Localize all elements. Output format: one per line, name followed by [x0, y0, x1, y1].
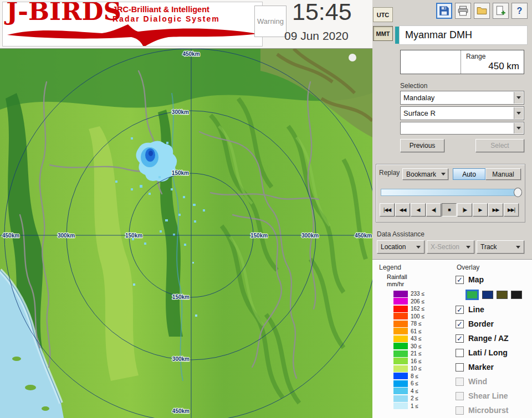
legend-value: 162 ≤: [411, 306, 424, 312]
map-style-swatch[interactable]: [497, 291, 508, 299]
playback-fast-rewind[interactable]: ◀◀: [395, 203, 410, 216]
location-button[interactable]: Location: [377, 240, 424, 254]
legend-entry: 2 ≤: [393, 395, 424, 402]
save-icon: [439, 6, 449, 16]
data-assistance-label: Data Assistance: [377, 230, 424, 238]
previous-button[interactable]: Previous: [400, 139, 444, 152]
overlay-item-label: Microburst: [468, 406, 508, 415]
product-dropdown[interactable]: Surface R: [400, 106, 524, 120]
legend-entry: 6 ≤: [393, 380, 424, 388]
extra-dropdown[interactable]: [400, 122, 524, 135]
folder-icon: [477, 6, 487, 16]
utc-button[interactable]: UTC: [373, 7, 393, 22]
overlay-item-line[interactable]: ✓Line: [456, 302, 530, 317]
checkbox[interactable]: ✓: [456, 276, 464, 284]
range-display: Range 450 km: [400, 50, 524, 74]
overlay-item-map[interactable]: ✓Map: [456, 272, 530, 287]
overlay-item-lati-long[interactable]: Lati / Long: [456, 345, 530, 360]
map-style-swatch[interactable]: [511, 291, 522, 299]
legend-color-swatch: [393, 313, 408, 319]
legend-entry: 233 ≤: [393, 290, 424, 298]
overlay-item-wind[interactable]: Wind: [456, 374, 530, 389]
bookmark-button[interactable]: Bookmark: [402, 168, 448, 180]
legend-value: 2 ≤: [411, 395, 418, 401]
legend-value: 233 ≤: [411, 291, 424, 297]
legend-value: 8 ≤: [411, 373, 418, 379]
checkbox[interactable]: ✓: [456, 306, 464, 314]
legend-color-swatch: [393, 365, 408, 372]
select-button[interactable]: Select: [475, 139, 524, 152]
playback-stop[interactable]: ■: [442, 203, 457, 216]
checkbox[interactable]: [456, 406, 464, 415]
manual-mode-button[interactable]: Manual: [485, 168, 521, 180]
logo-panel: J-BIRDS JRC-Brilliant & Intelligent Rada…: [2, 2, 263, 47]
ring-label: 450km: [2, 233, 19, 239]
radar-site-dropdown[interactable]: Mandalay: [400, 91, 524, 105]
checkbox[interactable]: [456, 363, 464, 371]
legend-entry: 10 ≤: [393, 365, 424, 373]
legend-color-swatch: [393, 402, 408, 409]
playback-jump-start[interactable]: |◀◀: [380, 203, 395, 216]
help-button[interactable]: ?: [511, 3, 528, 19]
playback-jump-end[interactable]: ▶▶|: [504, 203, 519, 216]
legend-color-swatch: [393, 336, 408, 342]
legend-entry: 43 ≤: [393, 335, 424, 343]
print-icon: [458, 6, 468, 16]
overlay-list: ✓Map✓Line✓Border✓Range / AZLati / LongMa…: [456, 272, 530, 417]
chevron-down-icon: [516, 246, 520, 249]
legend-color-swatch: [393, 380, 408, 387]
slider-handle[interactable]: [514, 188, 522, 197]
location-label: Location: [381, 243, 406, 251]
overlay-item-label: Marker: [468, 363, 494, 371]
overlay-item-shear-line[interactable]: Shear Line: [456, 389, 530, 403]
legend-color-swatch: [393, 395, 408, 402]
legend-color-swatch: [393, 358, 408, 364]
warning-button[interactable]: Warning: [254, 6, 287, 37]
radar-map[interactable]: 450km 300km 150km 150km 300km 450km 450k…: [0, 49, 372, 418]
open-folder-button[interactable]: [474, 3, 490, 19]
playback-controls: |◀◀◀◀◀◀|■|▶▶▶▶▶▶|: [380, 203, 519, 216]
map-style-swatch[interactable]: [466, 290, 479, 300]
replay-time-slider[interactable]: [381, 189, 520, 196]
overlay-item-border[interactable]: ✓Border: [456, 317, 530, 331]
radar-site-value: Mandalay: [403, 94, 434, 102]
control-panel: Range 450 km Selection Mandalay Surface …: [372, 49, 532, 418]
dropdown-arrow-button[interactable]: [514, 123, 523, 133]
overlay-item-microburst[interactable]: Microburst: [456, 403, 530, 417]
track-button[interactable]: Track: [477, 240, 524, 254]
dropdown-arrow-button[interactable]: [514, 107, 523, 119]
legend-entry: 21 ≤: [393, 350, 424, 358]
export-page-plus-icon: [495, 6, 506, 16]
export-button[interactable]: [493, 3, 509, 19]
playback-step-forward[interactable]: |▶: [457, 203, 472, 216]
chevron-down-icon: [416, 246, 421, 249]
playback-play[interactable]: ▶: [473, 203, 488, 216]
playback-fast-forward[interactable]: ▶▶: [488, 203, 503, 216]
logo-subtitle: JRC-Brilliant & Intelligent Radar Dialog…: [112, 5, 220, 23]
print-button[interactable]: [455, 3, 471, 19]
playback-play-backward[interactable]: ◀: [411, 203, 426, 216]
checkbox[interactable]: [456, 392, 464, 400]
checkbox[interactable]: [456, 349, 464, 357]
ring-label: 450km: [172, 408, 190, 414]
mmt-button[interactable]: MMT: [373, 26, 393, 41]
legend-color-swatch: [393, 298, 408, 305]
legend-overlay-section: Legend Overlay Rainfall mm/hr 233 ≤206 ≤…: [372, 260, 532, 418]
ring-label: 450km: [355, 233, 372, 239]
playback-step-backward[interactable]: ◀|: [426, 203, 441, 216]
auto-mode-button[interactable]: Auto: [453, 168, 485, 180]
map-style-swatch[interactable]: [482, 291, 493, 299]
checkbox[interactable]: ✓: [456, 320, 464, 328]
station-name: Myanmar DMH: [399, 25, 528, 45]
dropdown-arrow-button[interactable]: [514, 92, 523, 104]
checkbox[interactable]: [456, 378, 464, 386]
xsection-button[interactable]: X-Section: [427, 240, 474, 254]
legend-entry: 61 ≤: [393, 328, 424, 336]
checkbox[interactable]: ✓: [456, 334, 464, 343]
overlay-item-marker[interactable]: Marker: [456, 360, 530, 374]
legend-entry: 1 ≤: [393, 402, 424, 410]
save-button[interactable]: [436, 3, 452, 19]
legend-value: 78 ≤: [411, 321, 421, 327]
ring-label: 300km: [301, 233, 319, 239]
overlay-item-range-az[interactable]: ✓Range / AZ: [456, 331, 530, 345]
